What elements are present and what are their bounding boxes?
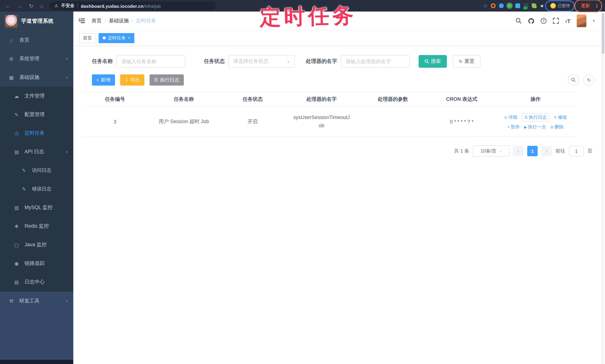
goto-page-input[interactable] [569, 146, 584, 156]
job-name-input[interactable] [117, 55, 185, 68]
col-cron: CRON 表达式 [427, 92, 496, 107]
job-status-select[interactable]: 请选择任务状态 ∨ [228, 55, 295, 68]
x-icon: × [508, 125, 510, 129]
sidebar-item-dev-tools[interactable]: ⚒ 研发工具 ∨ [0, 292, 73, 310]
scrollbar-thumb[interactable] [602, 13, 604, 54]
pause-link[interactable]: ×暂停 [508, 124, 520, 130]
tab-home[interactable]: 首页 [79, 33, 96, 43]
timer-icon: ◷ [13, 130, 20, 136]
sidebar-item-infra[interactable]: ▦ 基础设施 ∧ [0, 68, 73, 87]
sidebar-item-error-log[interactable]: ✎ 错误日志 [0, 180, 73, 198]
handler-name-input[interactable] [341, 55, 410, 68]
browser-home-icon[interactable]: ⌂ [40, 3, 43, 8]
search-icon [424, 59, 429, 64]
breadcrumb-home[interactable]: 首页 [92, 17, 102, 24]
page-unit-label: 页 [588, 148, 592, 154]
current-page-button[interactable]: 1 [527, 146, 538, 156]
search-button[interactable]: 搜索 [419, 55, 447, 68]
github-icon[interactable] [528, 18, 534, 24]
prev-page-button[interactable]: ‹ [513, 146, 524, 156]
delete-link[interactable]: ⊟删除 [551, 124, 564, 130]
sidebar-item-label: 文件管理 [25, 93, 45, 99]
cell-job-status: 开启 [221, 107, 285, 136]
breadcrumb-separator: / [105, 18, 106, 24]
col-job-name: 任务名称 [147, 92, 221, 107]
refresh-table-button[interactable]: ↻ [583, 74, 595, 86]
sidebar-item-api-log[interactable]: ▤ API 日志 ∧ [0, 143, 73, 161]
pagination: 共 1 条 10条/页 ∨ ‹ 1 › 前往 页 [73, 145, 592, 156]
search-icon [571, 78, 576, 82]
sidebar-item-java-monitor[interactable]: ▢ Java 监控 [0, 235, 73, 254]
sidebar-item-label: Redis 监控 [25, 223, 49, 230]
extension-icon[interactable] [491, 3, 496, 8]
user-avatar[interactable] [577, 14, 587, 27]
sidebar-item-config-manage[interactable]: ✎ 配置管理 [0, 105, 73, 124]
help-icon[interactable]: ? [541, 18, 547, 24]
handler-name-label: 处理器的名字 [306, 58, 337, 65]
close-icon[interactable]: × [128, 36, 131, 40]
sidebar-item-tracing[interactable]: ◉ 链路追踪 [0, 254, 73, 273]
refresh-icon: ↻ [587, 77, 591, 83]
extension-icon[interactable]: on [524, 3, 528, 8]
fullscreen-icon[interactable] [553, 18, 559, 24]
edit-link[interactable]: ✎修改 [554, 114, 567, 120]
gear-icon: ⚙ [8, 56, 14, 62]
sidebar-item-log-center[interactable]: ▤ 日志中心 [0, 273, 73, 291]
sidebar-item-system[interactable]: ⚙ 系统管理 ∨ [0, 50, 73, 68]
sidebar-item-access-log[interactable]: ✎ 访问日志 [0, 161, 73, 180]
exec-log-button[interactable]: ☰ 执行日志 [150, 74, 184, 86]
avatar-caret-icon[interactable]: ▾ [593, 19, 595, 23]
run-once-link[interactable]: ▶执行一次 [524, 124, 546, 130]
col-handler-name: 处理器的名字 [285, 92, 358, 107]
breadcrumb: 首页 / 基础设施 / 定时任务 [92, 17, 156, 24]
sidebar-item-mysql-monitor[interactable]: ▥ MySQL 监控 [0, 198, 73, 217]
col-job-status: 任务状态 [221, 92, 285, 107]
add-button[interactable]: + 新增 [92, 74, 115, 86]
paused-badge: 已暂停 [558, 3, 570, 9]
extension-icon[interactable] [515, 3, 520, 8]
total-count: 共 1 条 [454, 148, 469, 154]
plus-icon: + [96, 78, 99, 82]
next-page-button[interactable]: › [541, 146, 552, 156]
sidebar-item-redis-monitor[interactable]: ❖ Redis 监控 [0, 217, 73, 235]
sidebar-item-scheduled-jobs[interactable]: ◷ 定时任务 [0, 124, 73, 143]
chevron-down-icon: ∨ [66, 57, 68, 61]
browser-back-icon[interactable]: ← [5, 3, 10, 8]
sidebar-item-home[interactable]: ⌂ 首页 [0, 31, 73, 50]
app-logo [5, 15, 17, 27]
page-scrollbar[interactable] [601, 12, 605, 364]
sidebar-item-label: 配置管理 [25, 111, 45, 118]
search-icon[interactable] [516, 18, 522, 24]
browser-update-button[interactable]: 更新 ⋮ [576, 1, 601, 10]
collapse-sidebar-icon[interactable] [79, 18, 85, 24]
sidebar-item-label: Java 监控 [25, 241, 47, 248]
tab-scheduled-jobs[interactable]: 定时任务 × [99, 33, 134, 43]
sidebar-item-label: 定时任务 [25, 130, 45, 137]
browser-reload-icon[interactable]: ↻ [29, 3, 33, 8]
refresh-icon: ↻ [459, 59, 462, 64]
profile-paused-chip[interactable]: 已暂停 [547, 2, 573, 10]
address-bar[interactable]: ⚠ 不安全 dashboard.yudao.iocoder.cn/infra/j… [49, 1, 216, 10]
breadcrumb-infra[interactable]: 基础设施 [109, 17, 129, 24]
export-button[interactable]: ↧ 导出 [120, 74, 144, 86]
row-exec-log-link[interactable]: ☰执行日志 [522, 113, 549, 122]
browser-forward-icon[interactable]: → [17, 3, 22, 8]
reset-button[interactable]: ↻ 重置 [453, 55, 480, 68]
sidebar-item-file-manage[interactable]: ☁ 文件管理 [0, 87, 73, 105]
sidebar-item-label: 日志中心 [25, 279, 45, 285]
edit-icon: ✎ [13, 112, 20, 117]
extension-icon[interactable]: ★ [540, 3, 544, 8]
toggle-search-button[interactable] [568, 74, 579, 86]
browser-menu-icon[interactable]: ⋮ [595, 3, 599, 8]
emoji-avatar-icon [550, 3, 556, 9]
extension-icon[interactable] [532, 3, 537, 8]
extension-icon[interactable] [499, 3, 504, 8]
bookmark-star-icon[interactable]: ☆ [483, 3, 487, 9]
cell-actions: ⊙详细 ☰执行日志 ✎修改 ×暂停 ▶执行一次 ⊟删除 [496, 107, 575, 136]
font-size-icon[interactable]: TT [565, 18, 571, 24]
table-row: 3 用户 Session 超时 Job 开启 sysUserSessionTim… [83, 107, 575, 136]
table-toolbar: + 新增 ↧ 导出 ☰ 执行日志 ↻ [92, 74, 605, 86]
detail-link[interactable]: ⊙详细 [504, 114, 517, 120]
page-size-select[interactable]: 10条/页 ∨ [473, 145, 509, 156]
extension-icon[interactable]: ✓ [507, 3, 512, 8]
